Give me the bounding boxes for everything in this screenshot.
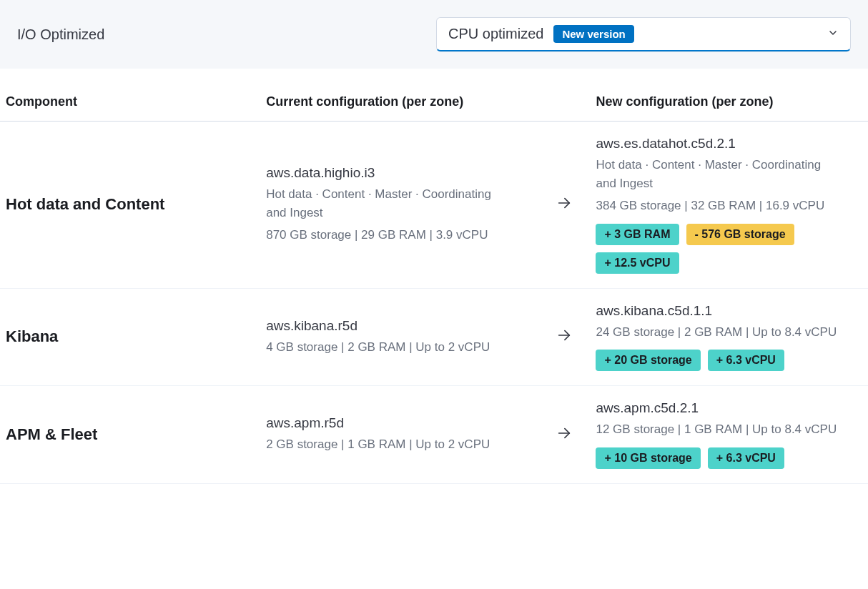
component-name: APM & Fleet	[6, 425, 255, 444]
delta-badges: + 20 GB storage+ 6.3 vCPU	[596, 350, 862, 371]
stats-line: 384 GB storage | 32 GB RAM | 16.9 vCPU	[596, 197, 839, 215]
delta-badge: - 576 GB storage	[686, 224, 794, 245]
stats-line: 2 GB storage | 1 GB RAM | Up to 2 vCPU	[266, 435, 509, 454]
delta-badge: + 20 GB storage	[596, 350, 700, 371]
component-name: Hot data and Content	[6, 195, 255, 214]
table-row: Kibanaaws.kibana.r5d4 GB storage | 2 GB …	[0, 288, 868, 386]
delta-badge: + 6.3 vCPU	[708, 447, 784, 469]
stats-line: 24 GB storage | 2 GB RAM | Up to 8.4 vCP…	[596, 323, 839, 342]
profile-select[interactable]: CPU optimized New version	[436, 17, 851, 51]
stats-line: 870 GB storage | 29 GB RAM | 3.9 vCPU	[266, 226, 509, 244]
arrow-right-icon	[538, 288, 591, 386]
column-header-component: Component	[0, 89, 260, 122]
roles-line: Hot data · Content · Master · Coordinati…	[596, 156, 839, 192]
new-version-badge: New version	[553, 25, 633, 43]
instance-type: aws.kibana.c5d.1.1	[596, 303, 862, 319]
config-comparison-table: Component Current configuration (per zon…	[0, 89, 868, 484]
profile-title: I/O Optimized	[17, 26, 104, 43]
new-config: aws.apm.c5d.2.112 GB storage | 1 GB RAM …	[596, 400, 862, 469]
delta-badge: + 3 GB RAM	[596, 224, 679, 245]
current-config: aws.data.highio.i3Hot data · Content · M…	[266, 165, 532, 244]
column-header-new: New configuration (per zone)	[590, 89, 868, 122]
table-row: APM & Fleetaws.apm.r5d2 GB storage | 1 G…	[0, 386, 868, 484]
column-header-current: Current configuration (per zone)	[260, 89, 538, 122]
stats-line: 12 GB storage | 1 GB RAM | Up to 8.4 vCP…	[596, 420, 839, 439]
roles-line: Hot data · Content · Master · Coordinati…	[266, 185, 509, 222]
current-config: aws.apm.r5d2 GB storage | 1 GB RAM | Up …	[266, 415, 532, 454]
delta-badges: + 10 GB storage+ 6.3 vCPU	[596, 447, 862, 469]
delta-badge: + 12.5 vCPU	[596, 252, 679, 274]
header-bar: I/O Optimized CPU optimized New version	[0, 0, 868, 69]
delta-badge: + 6.3 vCPU	[708, 350, 784, 371]
instance-type: aws.es.datahot.c5d.2.1	[596, 136, 862, 152]
table-row: Hot data and Contentaws.data.highio.i3Ho…	[0, 122, 868, 289]
delta-badges: + 3 GB RAM- 576 GB storage+ 12.5 vCPU	[596, 224, 862, 274]
new-config: aws.es.datahot.c5d.2.1Hot data · Content…	[596, 136, 862, 274]
component-name: Kibana	[6, 327, 255, 346]
new-config: aws.kibana.c5d.1.124 GB storage | 2 GB R…	[596, 303, 862, 372]
instance-type: aws.kibana.r5d	[266, 318, 532, 334]
current-config: aws.kibana.r5d4 GB storage | 2 GB RAM | …	[266, 318, 532, 357]
instance-type: aws.apm.r5d	[266, 415, 532, 431]
arrow-right-icon	[538, 122, 591, 289]
instance-type: aws.apm.c5d.2.1	[596, 400, 862, 416]
stats-line: 4 GB storage | 2 GB RAM | Up to 2 vCPU	[266, 338, 509, 357]
chevron-down-icon	[827, 27, 839, 41]
instance-type: aws.data.highio.i3	[266, 165, 532, 181]
arrow-right-icon	[538, 386, 591, 484]
profile-select-label: CPU optimized	[448, 26, 543, 42]
delta-badge: + 10 GB storage	[596, 447, 700, 469]
